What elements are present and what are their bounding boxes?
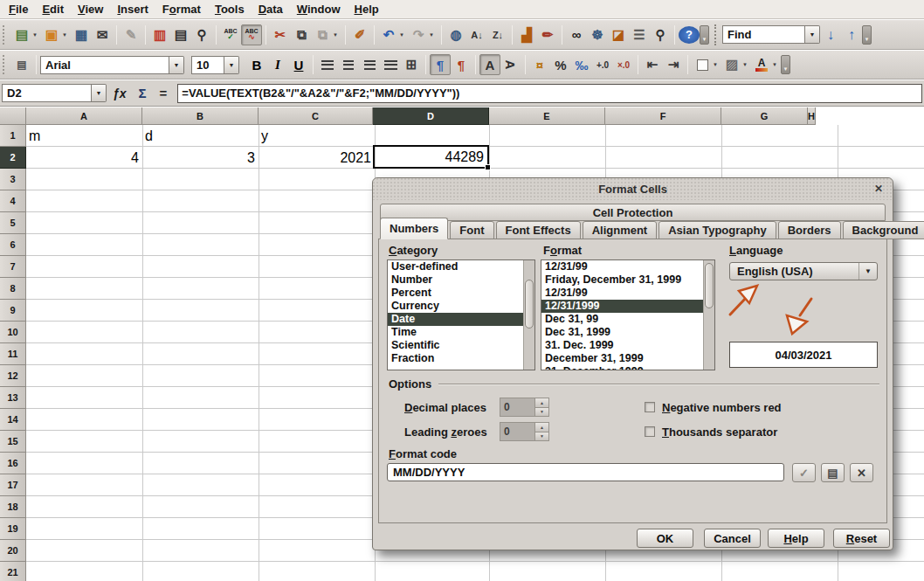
format-item[interactable]: 31. Dec. 1999: [541, 339, 714, 352]
category-item[interactable]: Percent: [388, 287, 534, 300]
selected-cell-D2[interactable]: 44289: [373, 145, 489, 169]
edit-comment-icon[interactable]: ▤: [821, 463, 845, 482]
find-input[interactable]: [722, 25, 805, 44]
category-item[interactable]: Scientific: [388, 339, 534, 352]
row-header[interactable]: 4: [0, 190, 26, 212]
category-item[interactable]: Number: [388, 273, 534, 287]
currency-format-icon[interactable]: ¤: [529, 54, 550, 75]
open-icon[interactable]: ▣: [41, 24, 62, 45]
find-dropdown-icon[interactable]: ▼: [805, 25, 820, 44]
sidebar-icon[interactable]: ▤: [11, 54, 32, 75]
delete-format-icon[interactable]: ✕: [850, 463, 873, 482]
confirm-format-icon[interactable]: ✓: [792, 463, 816, 482]
sort-ascending-icon[interactable]: A↓: [466, 24, 487, 45]
menu-view[interactable]: View: [71, 1, 110, 17]
delete-decimal-icon[interactable]: ×.0: [613, 54, 634, 75]
row-header[interactable]: 15: [0, 431, 26, 453]
reset-button[interactable]: Reset: [833, 529, 890, 548]
standard-format-icon[interactable]: ‰: [571, 54, 592, 75]
font-name-input[interactable]: [40, 56, 169, 74]
add-decimal-icon[interactable]: +.0: [592, 54, 613, 75]
menu-data[interactable]: Data: [252, 1, 290, 17]
redo-icon[interactable]: ↷: [408, 24, 429, 45]
format-item[interactable]: 31. December 1999: [541, 365, 714, 370]
percent-format-icon[interactable]: %: [550, 54, 571, 75]
undo-icon[interactable]: ↶: [378, 24, 399, 45]
print-preview-icon[interactable]: ⚲: [191, 24, 212, 45]
merge-cells-icon[interactable]: ⊞: [401, 54, 422, 75]
gallery-icon[interactable]: ◪: [608, 24, 629, 45]
category-item[interactable]: Date: [388, 313, 534, 326]
cell-A1[interactable]: m: [29, 125, 40, 147]
row-header[interactable]: 3: [0, 169, 26, 190]
cell-B1[interactable]: d: [145, 125, 153, 147]
formula-icon[interactable]: =: [160, 86, 168, 100]
spin-up-icon[interactable]: ▲: [535, 423, 548, 432]
column-header[interactable]: E: [489, 107, 605, 125]
format-item[interactable]: 12/31/99: [541, 287, 714, 300]
text-direction-ttb-icon[interactable]: ¶: [451, 54, 472, 75]
font-color-icon[interactable]: A: [751, 54, 772, 75]
align-right-icon[interactable]: [359, 54, 380, 75]
language-dropdown[interactable]: English (USA) ▼: [729, 262, 878, 280]
spellcheck-icon[interactable]: ABC ✓: [220, 24, 241, 45]
find-next-icon[interactable]: ↓: [820, 24, 841, 45]
paste-icon[interactable]: ⧉: [312, 24, 333, 45]
category-item[interactable]: Fraction: [388, 352, 534, 365]
dialog-tab[interactable]: Alignment: [583, 221, 658, 239]
zoom-icon[interactable]: ⚲: [650, 24, 671, 45]
writing-horizontal-icon[interactable]: A: [479, 54, 500, 75]
tab-cell-protection[interactable]: Cell Protection: [380, 204, 886, 221]
dialog-tab[interactable]: Borders: [778, 221, 841, 239]
decrease-indent-icon[interactable]: ⇤: [642, 54, 663, 75]
menu-help[interactable]: Help: [348, 1, 386, 17]
formula-input[interactable]: [177, 84, 922, 103]
dialog-titlebar[interactable]: Format Cells: [373, 178, 893, 200]
text-direction-ltr-icon[interactable]: ¶: [430, 54, 451, 75]
menu-window[interactable]: Window: [290, 1, 348, 17]
formatting-overflow-icon[interactable]: ▼: [781, 55, 790, 74]
cell-reference-input[interactable]: [2, 84, 92, 102]
cancel-button[interactable]: Cancel: [704, 529, 761, 548]
select-all-corner[interactable]: [0, 107, 26, 125]
edit-mode-icon[interactable]: ✎: [121, 24, 141, 45]
insert-chart-icon[interactable]: ▟: [516, 24, 537, 45]
auto-spellcheck-icon[interactable]: ABC ∿: [241, 24, 262, 45]
dialog-tab[interactable]: Background: [843, 221, 924, 239]
column-header[interactable]: B: [142, 107, 259, 125]
hyperlink-icon[interactable]: ◍: [445, 24, 466, 45]
sort-descending-icon[interactable]: Z↓: [487, 24, 508, 45]
toolbar-handle[interactable]: [3, 55, 8, 74]
increase-indent-icon[interactable]: ⇥: [663, 54, 684, 75]
dialog-tab[interactable]: Font Effects: [496, 221, 581, 239]
name-box-dropdown-icon[interactable]: ▼: [92, 84, 107, 102]
column-header[interactable]: D: [373, 107, 489, 125]
row-header[interactable]: 1: [0, 125, 26, 147]
italic-icon[interactable]: I: [267, 54, 288, 75]
row-header[interactable]: 9: [0, 300, 26, 322]
format-item[interactable]: December 31, 1999: [541, 352, 714, 365]
font-name-dropdown-icon[interactable]: ▼: [169, 56, 184, 74]
row-header[interactable]: 13: [0, 387, 26, 409]
row-header[interactable]: 17: [0, 474, 26, 496]
spin-up-icon[interactable]: ▲: [535, 398, 548, 407]
underline-icon[interactable]: U: [288, 54, 309, 75]
scrollbar-thumb[interactable]: [705, 263, 714, 308]
font-size-dropdown-icon[interactable]: ▼: [224, 56, 239, 74]
find-toolbar-overflow-icon[interactable]: ▼: [862, 25, 872, 45]
copy-icon[interactable]: ⧉: [291, 24, 312, 45]
clone-formatting-icon[interactable]: ✐: [349, 24, 370, 45]
format-item[interactable]: Dec 31, 1999: [541, 326, 714, 339]
dialog-tab[interactable]: Numbers: [380, 218, 448, 239]
row-header[interactable]: 12: [0, 365, 26, 387]
row-header[interactable]: 6: [0, 234, 26, 256]
font-size-input[interactable]: [191, 56, 224, 74]
format-scrollbar[interactable]: [703, 260, 714, 370]
row-header[interactable]: 20: [0, 540, 26, 562]
export-pdf-icon[interactable]: ▥: [149, 24, 170, 45]
column-header[interactable]: C: [259, 107, 373, 125]
thousands-separator-checkbox[interactable]: [645, 426, 655, 437]
bold-icon[interactable]: B: [246, 54, 267, 75]
cell-C1[interactable]: y: [261, 125, 268, 147]
toolbar-overflow-icon[interactable]: ▼: [700, 25, 709, 45]
